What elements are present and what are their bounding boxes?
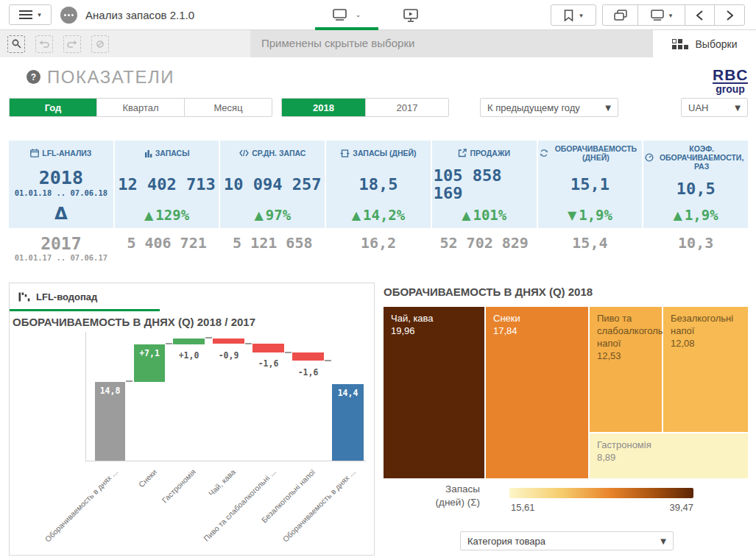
kpi-prev-lfl: 2017 01.01.17 .. 07.06.17	[9, 230, 113, 269]
currency-dropdown[interactable]: UAH ▼	[681, 98, 748, 117]
treemap-cell[interactable]: Чай, кава 19,96	[384, 307, 484, 478]
chevron-right-icon	[727, 10, 733, 21]
kpi-delta: 14,2%	[363, 207, 405, 223]
comparison-dropdown[interactable]: К предыдущему году ▼	[480, 98, 618, 117]
clear-selections-icon[interactable]	[91, 35, 109, 53]
kpi-value: 12 402 713	[118, 176, 215, 193]
selections-actions	[0, 30, 250, 57]
year-filter-group: 2018 2017	[281, 98, 449, 117]
triangle-down-icon: ▼	[568, 208, 576, 222]
kpi-delta: 129%	[155, 207, 189, 223]
logo-text-top: RBC	[713, 68, 748, 84]
filter-button-month[interactable]: Месяц	[185, 99, 272, 116]
previous-sheet-button[interactable]	[685, 5, 715, 25]
triangle-up-icon: ▲	[674, 208, 682, 222]
kpi-prev-value: 5 121 658	[233, 235, 312, 251]
sheet-selector-button[interactable]: ▾	[638, 5, 685, 25]
duplicate-sheet-button[interactable]	[603, 5, 638, 25]
kpi-prev-date-range: 01.01.17 .. 07.06.17	[15, 253, 107, 262]
waterfall-bar[interactable]: 14,8	[95, 382, 125, 461]
storytelling-button[interactable]	[402, 7, 420, 24]
kpi-label: КОЭФ. ОБОРАЧИВАЕМОСТИ, РАЗ	[657, 144, 746, 171]
kpi-prev-stock: 5 406 721	[115, 230, 219, 269]
connector-dash	[285, 352, 292, 353]
x-axis-label: Гастрономія	[160, 467, 198, 505]
bar-chart-icon	[144, 149, 152, 157]
app-icon	[60, 7, 77, 24]
cycle-icon	[540, 149, 548, 157]
kpi-prev-sales: 52 702 829	[432, 230, 537, 269]
filter-button-quarter[interactable]: Квартал	[97, 99, 185, 116]
waterfall-bar[interactable]	[292, 352, 324, 361]
kpi-card-avg-stock: СР.ДН. ЗАПАС 10 094 257 ▲97%	[220, 141, 325, 228]
kpi-prev-turnover-ratio: 10,3	[643, 230, 748, 269]
bookmark-icon	[564, 10, 573, 21]
waterfall-bar[interactable]	[213, 339, 244, 344]
gauge-icon	[645, 153, 654, 162]
kpi-label: LFL-АНАЛИЗ	[42, 149, 91, 157]
kpi-prev-value: 2017	[40, 235, 81, 253]
kpi-card-stock-days: ЗАПАСЫ (ДНЕЙ) 18,5 ▲14,2%	[326, 141, 431, 228]
bar-value-label: -1,6	[252, 358, 284, 369]
undo-selection-icon[interactable]	[35, 35, 53, 53]
treemap-cell-value: 8,89	[597, 452, 741, 464]
treemap-cell[interactable]: Гастрономія 8,89	[590, 433, 748, 478]
filter-button-2017[interactable]: 2017	[366, 99, 448, 116]
bar-value-label: +7,1	[139, 348, 160, 382]
filter-button-year[interactable]: Год	[10, 99, 97, 116]
global-menu-button[interactable]: ▾	[9, 4, 52, 25]
filter-button-2018[interactable]: 2018	[282, 99, 366, 116]
kpi-label: СР.ДН. ЗАПАС	[252, 149, 305, 157]
legend-color-gradient	[509, 488, 693, 498]
kpi-table: LFL-АНАЛИЗ 2018 01.01.18 .. 07.06.18 Δ З…	[9, 141, 748, 228]
selections-tool-label: Выборки	[696, 38, 738, 50]
page-title: ПОКАЗАТЕЛИ	[47, 67, 174, 88]
next-sheet-button[interactable]	[715, 5, 744, 25]
selections-tool-button[interactable]: Выборки	[653, 30, 756, 57]
legend-measure-label: Запасы (дней) (Σ)	[412, 483, 480, 508]
treemap-cell-value: 19,96	[391, 325, 477, 338]
code-icon	[239, 149, 249, 157]
waterfall-bar[interactable]: +7,1	[134, 344, 165, 382]
treemap-cell-name: Снеки	[493, 313, 581, 325]
waterfall-bar[interactable]	[173, 339, 205, 344]
sheet-icon	[651, 10, 664, 21]
x-axis-line	[85, 461, 366, 461]
treemap-title: ОБОРАЧИВАЕМОСТЬ В ДНЯХ (Q) 2018	[384, 286, 593, 298]
redo-selection-icon[interactable]	[63, 35, 81, 53]
bar-value-label: 14,4	[338, 388, 358, 461]
kpi-prev-avg-stock: 5 121 658	[220, 230, 325, 269]
legend-label-line1: Запасы	[412, 483, 480, 496]
bookmarks-button[interactable]: ▾	[551, 4, 596, 26]
waterfall-bar[interactable]	[252, 344, 284, 352]
kpi-value: 2018	[39, 169, 83, 188]
tab-lfl-waterfall[interactable]: LFL-водопад	[10, 283, 97, 310]
treemap-cell[interactable]: Снеки 17,84	[486, 307, 588, 478]
selections-bar: Применены скрытые выборки Выборки	[0, 30, 756, 57]
waterfall-bar[interactable]: 14,4	[332, 384, 364, 461]
x-axis-label: Снеки	[137, 467, 158, 489]
sheets-view-button[interactable]: ⌄	[315, 4, 378, 25]
external-link-icon	[458, 149, 467, 157]
treemap-cell[interactable]: Безалкогольні напої 12,08	[663, 307, 748, 432]
kpi-value: 105 858 169	[434, 167, 535, 201]
comparison-dropdown-value: К предыдущему году	[487, 102, 580, 113]
tab-label: LFL-водопад	[36, 291, 97, 302]
kpi-delta: 1,9%	[685, 207, 718, 223]
bar-value-label: 14,8	[100, 386, 121, 461]
category-dropdown[interactable]: Категория товара ▼	[460, 531, 674, 550]
chevron-down-icon: ▾	[579, 12, 583, 19]
logo-text-bottom: group	[713, 84, 748, 95]
connector-dash	[126, 380, 133, 382]
triangle-up-icon: ▲	[462, 208, 470, 222]
chevron-down-icon: ▾	[669, 12, 673, 19]
treemap-cell-name: Чай, кава	[391, 313, 477, 325]
kpi-label: ПРОДАЖИ	[470, 149, 510, 157]
connector-dash	[245, 343, 252, 344]
period-filter-group: Год Квартал Месяц	[9, 98, 272, 117]
smart-search-icon[interactable]	[7, 35, 25, 53]
kpi-value: 10 094 257	[224, 176, 321, 193]
waterfall-chart-icon	[18, 292, 30, 302]
help-button[interactable]: ?	[27, 70, 40, 84]
treemap-cell[interactable]: Пиво та слабоалкогольні напої 12,53	[590, 307, 662, 432]
